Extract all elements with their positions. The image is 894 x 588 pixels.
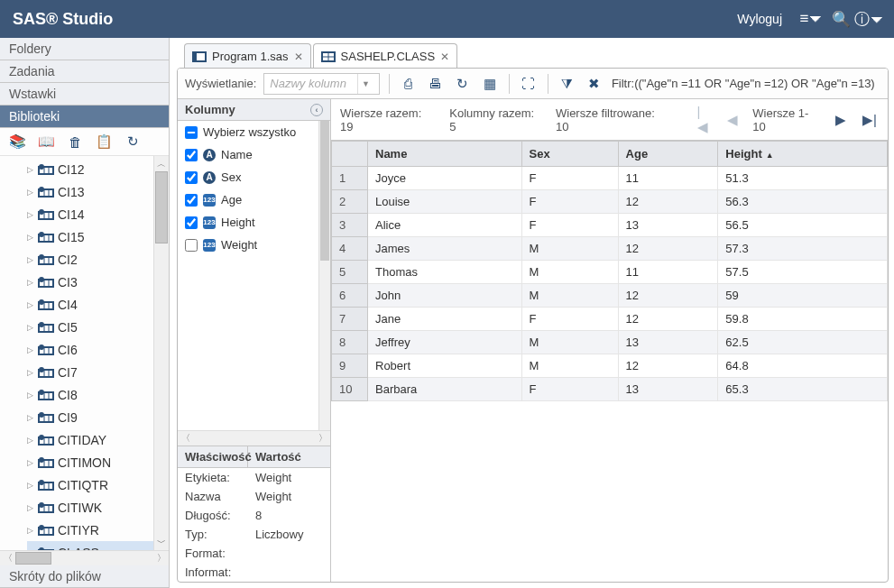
column-row-weight[interactable]: 123Weight — [178, 234, 330, 256]
expand-arrow-icon[interactable]: ▷ — [27, 458, 34, 467]
scroll-left-icon[interactable]: 〈 — [178, 431, 193, 446]
expand-arrow-icon[interactable]: ▷ — [27, 323, 34, 332]
search-icon[interactable]: 🔍 — [829, 7, 853, 31]
columns-hscrollbar[interactable]: 〈 〉 — [178, 430, 330, 446]
col-header-age[interactable]: Age — [618, 142, 718, 167]
expand-arrow-icon[interactable]: ▷ — [27, 278, 34, 287]
scroll-right-icon[interactable]: 〉 — [153, 551, 169, 565]
table-row[interactable]: 4JamesM1257.3 — [332, 237, 888, 261]
section-zadania[interactable]: Zadania — [0, 60, 169, 83]
column-row-name[interactable]: AName — [178, 143, 330, 166]
col-header-name[interactable]: Name — [368, 142, 522, 167]
tree-vscrollbar[interactable]: ︿ ﹀ — [153, 156, 169, 550]
section-foldery[interactable]: Foldery — [0, 38, 169, 60]
column-checkbox[interactable] — [185, 216, 198, 229]
section-biblioteki[interactable]: Biblioteki — [0, 106, 169, 128]
expand-arrow-icon[interactable]: ▷ — [27, 390, 34, 400]
expand-arrow-icon[interactable]: ▷ — [27, 413, 34, 422]
table-row[interactable]: 2LouiseF1256.3 — [332, 190, 888, 214]
tree-node-citiwk[interactable]: ▷CITIWK — [27, 496, 169, 519]
column-names-dropdown[interactable]: Nazwy kolumn ▼ — [263, 73, 380, 95]
open-table-icon[interactable]: ⎙ — [399, 74, 419, 94]
table-row[interactable]: 8JeffreyM1362.5 — [332, 331, 888, 354]
clear-filter-icon[interactable]: ✖ — [585, 74, 604, 94]
refresh-data-icon[interactable]: ↻ — [453, 74, 473, 94]
table-row[interactable]: 9RobertM1264.8 — [332, 354, 888, 378]
col-header-height[interactable]: Height▲ — [718, 142, 888, 167]
filter-icon[interactable]: ⧩ — [558, 74, 577, 94]
column-row-height[interactable]: 123Height — [178, 211, 330, 234]
table-row[interactable]: 3AliceF1356.5 — [332, 214, 888, 237]
section-wstawki[interactable]: Wstawki — [0, 83, 169, 106]
expand-arrow-icon[interactable]: ▷ — [27, 300, 34, 309]
tree-node-ci6[interactable]: ▷CI6 — [27, 338, 169, 361]
section-skroty[interactable]: Skróty do plików — [0, 565, 169, 588]
column-row-sex[interactable]: ASex — [178, 166, 330, 188]
expand-arrow-icon[interactable]: ▷ — [27, 368, 34, 377]
table-row[interactable]: 7JaneF1259.8 — [332, 308, 888, 331]
table-row[interactable]: 6JohnM1259 — [332, 284, 888, 308]
collapse-icon[interactable]: ‹ — [310, 104, 323, 116]
tree-node-citiday[interactable]: ▷CITIDAY — [27, 428, 169, 451]
next-page-icon[interactable]: ▶ — [834, 112, 848, 128]
hscroll-thumb[interactable] — [15, 552, 51, 565]
rownum-header[interactable] — [332, 142, 368, 167]
tree-node-ci5[interactable]: ▷CI5 — [27, 316, 169, 338]
expand-arrow-icon[interactable]: ▷ — [27, 188, 34, 197]
col-header-sex[interactable]: Sex — [521, 142, 618, 167]
expand-arrow-icon[interactable]: ▷ — [27, 548, 34, 551]
table-row[interactable]: 5ThomasM1157.5 — [332, 261, 888, 284]
expand-arrow-icon[interactable]: ▷ — [27, 526, 34, 535]
tree-node-ci3[interactable]: ▷CI3 — [27, 271, 169, 293]
data-grid[interactable]: NameSexAgeHeight▲ 1JoyceF1151.32LouiseF1… — [331, 141, 888, 582]
tree-node-citiqtr[interactable]: ▷CITIQTR — [27, 473, 169, 496]
print-icon[interactable]: 🖶 — [426, 74, 446, 94]
table-row[interactable]: 1JoyceF1151.3 — [332, 167, 888, 190]
scroll-thumb[interactable] — [155, 171, 168, 243]
refresh-icon[interactable]: ↻ — [124, 133, 141, 150]
tree-node-ci13[interactable]: ▷CI13 — [27, 180, 169, 203]
tree-node-ci14[interactable]: ▷CI14 — [27, 203, 169, 225]
goto-icon[interactable]: 📋 — [96, 133, 112, 150]
scroll-down-icon[interactable]: ﹀ — [154, 535, 169, 550]
tree-node-ci7[interactable]: ▷CI7 — [27, 361, 169, 383]
tree-node-ci12[interactable]: ▷CI12 — [27, 158, 169, 180]
new-library-icon[interactable]: 📚 — [9, 133, 25, 150]
help-icon[interactable]: ⓘ⏷ — [858, 7, 881, 31]
column-checkbox[interactable] — [185, 194, 198, 207]
delete-icon[interactable]: 🗑 — [67, 133, 83, 150]
table-row[interactable]: 10BarbaraF1365.3 — [332, 378, 888, 401]
library-props-icon[interactable]: 📖 — [38, 133, 54, 150]
expand-arrow-icon[interactable]: ▷ — [27, 210, 34, 219]
tree-node-ci4[interactable]: ▷CI4 — [27, 293, 169, 316]
code-icon[interactable]: ▦ — [480, 74, 500, 94]
tab-dataset[interactable]: SASHELP.CLASS ✕ — [313, 43, 458, 69]
tree-node-ci15[interactable]: ▷CI15 — [27, 225, 169, 248]
select-all-row[interactable]: Wybierz wszystko — [178, 121, 330, 143]
select-all-checkbox[interactable] — [185, 126, 198, 139]
tree-node-citiyr[interactable]: ▷CITIYR — [27, 519, 169, 541]
tree-node-class[interactable]: ▷CLASS — [27, 541, 169, 550]
close-icon[interactable]: ✕ — [294, 51, 303, 63]
menu-icon[interactable]: ≡⏷ — [800, 7, 824, 31]
close-icon[interactable]: ✕ — [440, 51, 449, 63]
tree-node-ci8[interactable]: ▷CI8 — [27, 383, 169, 406]
expand-arrow-icon[interactable]: ▷ — [27, 481, 34, 490]
expand-arrow-icon[interactable]: ▷ — [27, 255, 34, 264]
column-checkbox[interactable] — [185, 149, 198, 161]
column-checkbox[interactable] — [185, 171, 198, 184]
tree-node-ci2[interactable]: ▷CI2 — [27, 248, 169, 271]
scroll-left-icon[interactable]: 〈 — [0, 551, 15, 565]
first-page-icon[interactable]: |◀ — [696, 104, 714, 135]
columns-vscrollbar[interactable] — [318, 121, 330, 430]
tree-node-ci9[interactable]: ▷CI9 — [27, 406, 169, 428]
expand-arrow-icon[interactable]: ▷ — [27, 436, 34, 445]
expand-arrow-icon[interactable]: ▷ — [27, 165, 34, 174]
column-checkbox[interactable] — [185, 239, 198, 252]
column-row-age[interactable]: 123Age — [178, 188, 330, 211]
tree-hscrollbar[interactable]: 〈 〉 — [0, 550, 169, 565]
expand-arrow-icon[interactable]: ▷ — [27, 233, 34, 242]
expand-icon[interactable]: ⛶ — [519, 74, 539, 94]
expand-arrow-icon[interactable]: ▷ — [27, 345, 34, 354]
prev-page-icon[interactable]: ◀ — [725, 112, 740, 128]
